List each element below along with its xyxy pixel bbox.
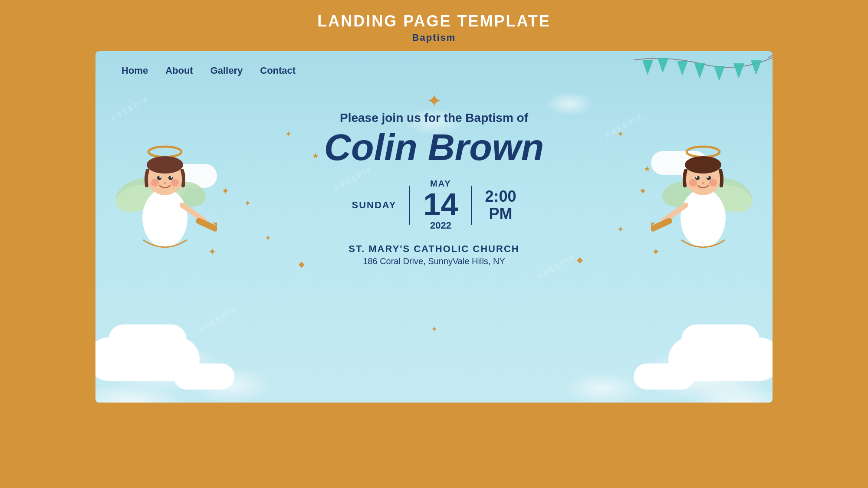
landing-page-card: FREEPIK FREEPIK FREEPIK FREEPIK FREEPIK … — [95, 51, 773, 403]
invite-text: Please join us for the Baptism of — [95, 111, 773, 125]
nav-home[interactable]: Home — [122, 65, 148, 76]
star-bottom-center: ✦ — [431, 324, 437, 334]
cloud-bottom-left-2 — [108, 324, 187, 355]
star-top-center: ✦ — [427, 90, 442, 111]
main-content: Please join us for the Baptism of Colin … — [95, 111, 773, 266]
time-part: 2:00 PM — [485, 188, 516, 222]
day-label: SUNDAY — [352, 200, 396, 211]
cloud-bottom-right-2 — [681, 324, 760, 355]
nav-about[interactable]: About — [165, 65, 193, 76]
date-section: SUNDAY MAY 14 2022 2:00 PM — [95, 179, 773, 231]
church-address: 186 Coral Drive, SunnyVale Hills, NY — [95, 256, 773, 266]
date-divider-left — [409, 186, 410, 225]
church-info: ST. MARY'S CATHOLIC CHURCH 186 Coral Dri… — [95, 243, 773, 266]
baptism-name: Colin Brown — [95, 128, 773, 166]
nav-contact[interactable]: Contact — [260, 65, 296, 76]
day-part: SUNDAY — [352, 200, 396, 211]
outer-header: LANDING PAGE TEMPLATE Baptism — [317, 0, 551, 51]
date-divider-right — [471, 186, 472, 225]
date-number: 14 — [423, 189, 458, 220]
nav-gallery[interactable]: Gallery — [210, 65, 243, 76]
watermark-4: FREEPIK — [197, 305, 239, 334]
navbar: Home About Gallery Contact — [95, 51, 773, 76]
cloud-bottom-right-3 — [634, 364, 694, 390]
time-label: 2:00 PM — [485, 188, 516, 222]
page-category-subtitle: Baptism — [317, 32, 551, 43]
page-template-title: LANDING PAGE TEMPLATE — [317, 12, 551, 30]
cloud-bottom-left-3 — [174, 364, 234, 390]
date-part: MAY 14 2022 — [423, 179, 458, 231]
church-name: ST. MARY'S CATHOLIC CHURCH — [95, 243, 773, 255]
